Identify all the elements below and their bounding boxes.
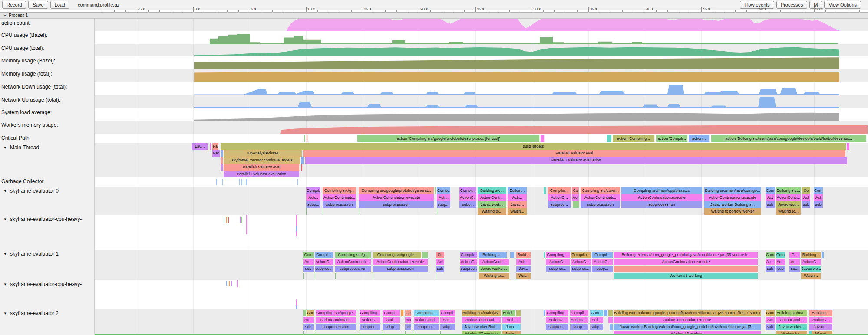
trace-segment[interactable]: Com xyxy=(766,252,775,258)
trace-segment[interactable]: Compiling ... xyxy=(414,310,439,316)
trace-segment[interactable]: sub xyxy=(303,266,314,272)
trace-segment[interactable]: Acti... xyxy=(440,317,455,323)
trace-segment[interactable]: Compil... xyxy=(306,187,321,194)
trace-segment[interactable]: action... xyxy=(689,135,710,142)
trace-segment[interactable]: Parallel Evaluator evaluation xyxy=(224,171,300,177)
trace-segment[interactable] xyxy=(435,187,436,194)
trace-segment[interactable] xyxy=(544,252,545,258)
trace-segment[interactable]: sub xyxy=(776,266,785,272)
trace-segment[interactable]: ActionContinuation.execute xyxy=(621,194,703,201)
trace-segment[interactable]: subp... xyxy=(437,201,451,208)
trace-segment[interactable] xyxy=(573,201,579,208)
trace-segment[interactable]: sub xyxy=(814,201,823,208)
trace-segment[interactable]: Building src... xyxy=(776,187,801,194)
trace-segment[interactable]: Waiting to borrow worker xyxy=(704,208,761,215)
track-label-network-down-usage-total-[interactable]: Network Down usage (total): xyxy=(1,84,67,90)
trace-segment[interactable]: Co xyxy=(802,187,811,194)
trace-segment[interactable]: action 'Compiling src/google/protobuf/de… xyxy=(357,135,540,142)
trace-segment[interactable]: Act xyxy=(766,194,775,201)
trace-segment[interactable]: ActionC... xyxy=(548,194,571,201)
trace-segment[interactable]: Building external/com_google_protobuf/ja… xyxy=(614,310,761,316)
trace-segment[interactable] xyxy=(604,310,608,316)
trace-segment[interactable]: ActionContinuation.execute xyxy=(614,317,761,323)
trace-segment[interactable]: subp... xyxy=(592,266,613,272)
usage-chart[interactable] xyxy=(0,56,868,69)
trace-segment[interactable]: subp... xyxy=(590,324,604,330)
trace-segment[interactable]: Ac... xyxy=(303,317,314,323)
trace-segment[interactable]: Act xyxy=(814,194,823,201)
trace-segment[interactable]: Ac... xyxy=(303,259,314,265)
trace-segment[interactable]: subprocess.run xyxy=(316,324,356,330)
track-label-memory-usage-bazel-[interactable]: Memory usage (Bazel): xyxy=(1,58,55,64)
event-tick[interactable] xyxy=(231,281,232,286)
trace-segment[interactable]: Compil... xyxy=(440,310,455,316)
trace-segment[interactable]: ActionContinuati... xyxy=(316,317,356,323)
trace-segment[interactable]: subproc... xyxy=(571,266,591,272)
event-tick[interactable] xyxy=(240,217,241,223)
trace-segment[interactable]: Com xyxy=(814,187,823,194)
trace-segment[interactable]: Javac worker Building external/com_googl… xyxy=(614,324,761,330)
event-tick[interactable] xyxy=(222,179,223,185)
trace-segment[interactable]: Com... xyxy=(590,310,604,316)
event-tick[interactable] xyxy=(226,281,227,286)
trace-segment[interactable]: Java... xyxy=(502,324,521,330)
trace-segment[interactable]: Building ... xyxy=(809,310,833,316)
trace-segment[interactable]: Compil... xyxy=(570,310,589,316)
trace-segment[interactable] xyxy=(221,164,223,171)
trace-segment[interactable]: subprocess.run xyxy=(359,201,434,208)
trace-segment[interactable]: Waiting to... xyxy=(478,208,507,215)
trace-segment[interactable]: Act xyxy=(766,317,775,323)
trace-segment[interactable]: Javac work... xyxy=(478,201,507,208)
trace-segment[interactable]: Compiling src/google/protobuf/generat... xyxy=(359,187,434,194)
trace-segment[interactable]: C... xyxy=(789,252,800,258)
trace-segment[interactable]: Act xyxy=(802,194,811,201)
trace-segment[interactable]: subp... xyxy=(306,201,321,208)
trace-segment[interactable]: skyframeExecutor.configureTargets xyxy=(224,157,301,164)
trace-segment[interactable]: ActionC... xyxy=(546,259,570,265)
usage-chart[interactable] xyxy=(0,95,868,108)
trace-segment[interactable]: Compiling src/google... xyxy=(316,310,356,316)
trace-segment[interactable]: ActionContinuation.execute xyxy=(704,194,761,201)
trace-segment[interactable]: Compiling src/google... xyxy=(373,252,422,258)
trace-segment[interactable]: subproc... xyxy=(460,266,478,272)
trace-segment[interactable] xyxy=(301,164,303,171)
trace-segment[interactable]: ActionConti... xyxy=(479,259,510,265)
track-label-workers-memory-usage-[interactable]: Workers memory usage: xyxy=(1,122,58,128)
trace-segment[interactable] xyxy=(401,310,404,316)
trace-segment[interactable]: Compiling... xyxy=(546,310,569,316)
trace-segment[interactable] xyxy=(544,187,546,194)
trace-segment[interactable]: ActionContinuati... xyxy=(335,259,371,265)
trace-segment[interactable]: Acti... xyxy=(508,194,527,201)
trace-segment[interactable]: ActionConti... xyxy=(776,194,801,201)
track-label-main-thread[interactable]: ▼Main Thread xyxy=(3,145,39,151)
trace-segment[interactable]: Parallel Evaluator evaluation xyxy=(305,157,848,164)
trace-segment[interactable]: Com xyxy=(766,310,775,316)
trace-segment[interactable]: Waitin... xyxy=(508,208,527,215)
usage-chart[interactable] xyxy=(0,44,868,56)
trace-segment[interactable]: Compil... xyxy=(459,187,477,194)
track-label-garbage-collector[interactable]: Garbage Collector xyxy=(1,178,43,184)
usage-chart[interactable] xyxy=(0,69,868,82)
trace-segment[interactable]: Build... xyxy=(516,252,531,258)
trace-segment[interactable] xyxy=(607,135,612,142)
track-label-skyframe-evaluator-2[interactable]: ▼skyframe-evaluator 2 xyxy=(3,310,59,316)
event-tick[interactable] xyxy=(241,217,242,223)
trace-segment[interactable]: ActionC... xyxy=(801,259,821,265)
trace-segment[interactable]: Acti... xyxy=(516,259,531,265)
trace-segment[interactable]: Com xyxy=(307,310,314,316)
process-header[interactable]: ▼Process 1 xyxy=(0,12,868,19)
trace-segment[interactable]: ParallelEvaluator.eval xyxy=(303,150,846,157)
trace-segment[interactable]: Building s... xyxy=(479,252,507,258)
trace-segment[interactable]: ActionC... xyxy=(360,317,381,323)
trace-segment[interactable]: subproc... xyxy=(546,324,569,330)
trace-segment[interactable]: Waiting to... xyxy=(776,208,801,215)
collapse-arrow-icon[interactable]: ▼ xyxy=(3,312,7,315)
collapse-arrow-icon[interactable]: ▼ xyxy=(3,252,7,256)
trace-segment[interactable] xyxy=(541,135,545,142)
event-tick[interactable] xyxy=(216,179,217,185)
usage-chart[interactable] xyxy=(0,31,868,44)
trace-segment[interactable]: subproc... xyxy=(548,201,571,208)
trace-segment[interactable]: Building src/main/java/com/go... xyxy=(704,187,761,194)
trace-segment[interactable] xyxy=(307,135,308,142)
trace-segment[interactable]: Comp... xyxy=(437,187,451,194)
